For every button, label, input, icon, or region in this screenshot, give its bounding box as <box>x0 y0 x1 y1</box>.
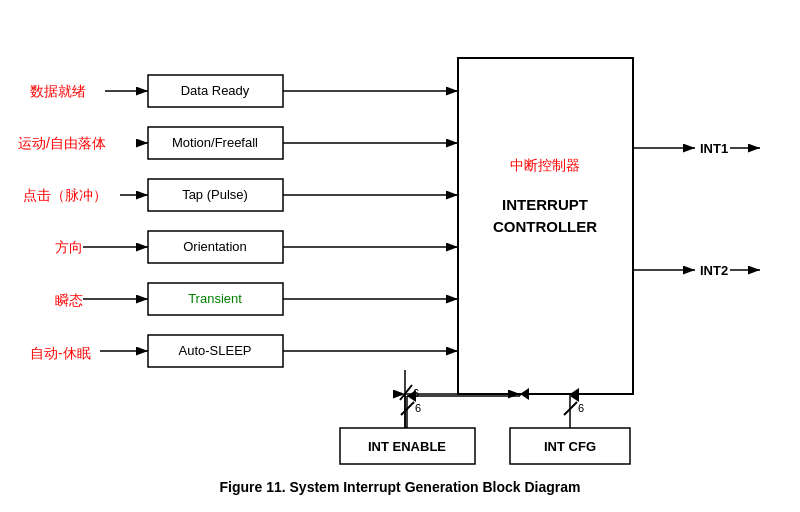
controller-chinese-label: 中断控制器 <box>510 157 580 173</box>
controller-label-1: INTERRUPT <box>502 196 588 213</box>
output-int1-label: INT1 <box>700 141 728 156</box>
label-tap-pulse: Tap (Pulse) <box>182 187 248 202</box>
bus-label-cfg-6: 6 <box>578 402 584 414</box>
label-auto-sleep: Auto-SLEEP <box>179 343 252 358</box>
chinese-label-2: 点击（脉冲） <box>23 187 107 203</box>
label-data-ready: Data Ready <box>181 83 250 98</box>
bus-label-enable: 6 <box>413 387 419 399</box>
label-orientation: Orientation <box>183 239 247 254</box>
output-int2-label: INT2 <box>700 263 728 278</box>
chinese-label-4: 瞬态 <box>55 292 83 308</box>
chinese-label-5: 自动-休眠 <box>30 345 91 361</box>
label-motion-freefall: Motion/Freefall <box>172 135 258 150</box>
label-int-enable: INT ENABLE <box>368 439 446 454</box>
diagram-container: 数据就绪 运动/自由落体 点击（脉冲） 方向 瞬态 自动-休眠 Data Rea… <box>0 0 800 512</box>
controller-label-2: CONTROLLER <box>493 218 597 235</box>
figure-caption: Figure 11. System Interrupt Generation B… <box>220 479 581 495</box>
bus-label-enable-6: 6 <box>415 402 421 414</box>
chinese-label-3: 方向 <box>55 239 83 255</box>
label-transient: Transient <box>188 291 242 306</box>
chinese-label-1: 运动/自由落体 <box>18 135 106 151</box>
chinese-label-0: 数据就绪 <box>30 83 86 99</box>
label-int-cfg: INT CFG <box>544 439 596 454</box>
